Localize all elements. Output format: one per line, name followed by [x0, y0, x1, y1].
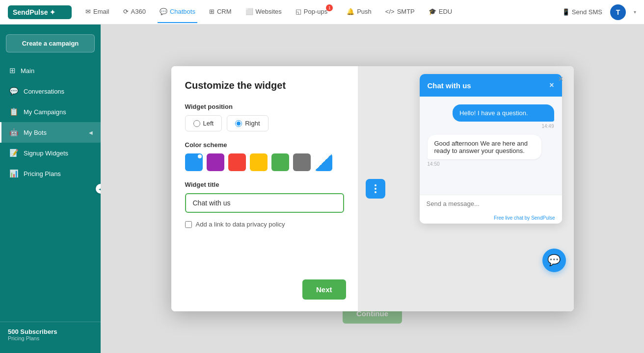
- position-radio-group: Left Right: [185, 115, 344, 131]
- color-swatch-yellow[interactable]: [250, 153, 268, 171]
- floating-menu-icon: [366, 179, 385, 199]
- modal-close-button[interactable]: ×: [554, 72, 568, 86]
- modal-left-panel: Customize the widget Widget position Lef…: [171, 66, 358, 311]
- color-swatch-red[interactable]: [228, 153, 246, 171]
- color-swatch-green[interactable]: [271, 153, 289, 171]
- sidebar-bottom: 500 Subscribers Pricing Plans: [0, 322, 101, 347]
- color-swatch-gray[interactable]: [293, 153, 311, 171]
- popups-badge: 1: [326, 4, 333, 11]
- main-icon: ⊞: [9, 66, 16, 75]
- chat-preview-close-icon[interactable]: ×: [549, 81, 554, 90]
- widget-title-label: Widget title: [185, 181, 344, 188]
- color-swatch-blue[interactable]: [185, 153, 203, 171]
- topnav: SendPulse ✦ ✉ Email ⟳ A360 💬 Chatbots ⊞ …: [0, 0, 644, 25]
- nav-popups[interactable]: ◱ Pop-ups 1: [294, 1, 335, 23]
- user-avatar[interactable]: T: [610, 4, 626, 20]
- sidebar-item-signup-widgets[interactable]: 📝 Signup Widgets: [0, 143, 101, 163]
- sidebar-item-main[interactable]: ⊞ Main: [0, 60, 101, 81]
- color-swatches: [185, 153, 344, 171]
- privacy-checkbox-row: Add a link to data privacy policy: [185, 221, 344, 228]
- my-bots-arrow-icon: ◀: [89, 130, 93, 135]
- sidebar: Create a campaign ⊞ Main 💬 Conversations…: [0, 25, 101, 353]
- a360-icon: ⟳: [123, 8, 129, 15]
- nav-items: ✉ Email ⟳ A360 💬 Chatbots ⊞ CRM ⬜ Websit…: [83, 1, 550, 23]
- nav-crm[interactable]: ⊞ CRM: [207, 1, 234, 23]
- widget-title-input[interactable]: [185, 193, 344, 213]
- push-icon: 🔔: [347, 8, 354, 15]
- nav-email[interactable]: ✉ Email: [83, 1, 111, 23]
- chat-preview-header: Chat with us ×: [420, 74, 562, 97]
- chat-powered-by: Free live chat by SendPulse: [420, 212, 562, 224]
- chat-message-right: Hello! I have a question.: [453, 104, 554, 122]
- chatbots-icon: 💬: [160, 8, 167, 15]
- mobile-icon: 📱: [562, 8, 570, 16]
- my-bots-icon: 🤖: [9, 128, 19, 137]
- customize-widget-modal: × Customize the widget Widget position L…: [171, 66, 574, 311]
- email-icon: ✉: [85, 8, 91, 15]
- nav-a360[interactable]: ⟳ A360: [121, 1, 148, 23]
- privacy-checkbox[interactable]: [185, 221, 192, 228]
- popups-icon: ◱: [295, 8, 301, 15]
- pricing-plans-icon: 📊: [9, 169, 19, 178]
- position-left-radio[interactable]: [193, 120, 200, 127]
- sidebar-item-conversations[interactable]: 💬 Conversations: [0, 81, 101, 101]
- chat-send-input[interactable]: [427, 200, 555, 207]
- chat-preview-body: Hello! I have a question. 14:49 Good aft…: [420, 97, 562, 195]
- chat-preview-window: Chat with us × Hello! I have a question.…: [420, 74, 562, 224]
- chat-time-left: 14:50: [428, 161, 554, 167]
- conversations-icon: 💬: [9, 87, 19, 96]
- topnav-right: 📱 Send SMS T ▾: [562, 4, 636, 20]
- color-swatch-purple[interactable]: [207, 153, 224, 171]
- next-button[interactable]: Next: [302, 279, 346, 300]
- position-right-option[interactable]: Right: [227, 115, 268, 131]
- sidebar-item-my-campaigns[interactable]: 📋 My Campaigns: [0, 101, 101, 122]
- sidebar-item-my-bots[interactable]: 🤖 My Bots ◀: [0, 122, 101, 143]
- floating-chat-button[interactable]: 💬: [542, 249, 566, 272]
- websites-icon: ⬜: [245, 8, 253, 15]
- chat-message-left: Good afternoon We are here and ready to …: [428, 135, 541, 159]
- position-label: Widget position: [185, 103, 344, 110]
- position-left-option[interactable]: Left: [185, 115, 222, 131]
- app-logo: SendPulse ✦: [8, 5, 72, 19]
- nav-chatbots[interactable]: 💬 Chatbots: [158, 1, 197, 23]
- chat-preview-footer: [420, 195, 562, 212]
- nav-smtp[interactable]: </> SMTP: [383, 1, 417, 23]
- edu-icon: 🎓: [429, 8, 436, 15]
- subscribers-count: 500 Subscribers: [8, 328, 93, 335]
- nav-push[interactable]: 🔔 Push: [345, 1, 374, 23]
- position-right-radio[interactable]: [235, 120, 242, 127]
- modal-title: Customize the widget: [185, 80, 344, 91]
- crm-icon: ⊞: [209, 8, 215, 15]
- my-campaigns-icon: 📋: [9, 107, 19, 116]
- color-scheme-label: Color scheme: [185, 141, 344, 149]
- send-sms-button[interactable]: 📱 Send SMS: [562, 8, 602, 16]
- pricing-plans-link[interactable]: Pricing Plans: [8, 335, 93, 341]
- color-swatch-diagonal[interactable]: [315, 153, 332, 171]
- nav-edu[interactable]: 🎓 EDU: [427, 1, 454, 23]
- signup-widgets-icon: 📝: [9, 149, 19, 157]
- layout: Create a campaign ⊞ Main 💬 Conversations…: [0, 25, 644, 353]
- modal-right-preview: 💬 Chat with us × Hello! I have a questio…: [358, 66, 574, 311]
- avatar-chevron-icon[interactable]: ▾: [634, 9, 636, 15]
- smtp-icon: </>: [385, 8, 395, 15]
- chat-preview-title: Chat with us: [428, 81, 471, 90]
- nav-websites[interactable]: ⬜ Websites: [243, 1, 284, 23]
- create-campaign-button[interactable]: Create a campaign: [6, 34, 95, 52]
- sidebar-item-pricing-plans[interactable]: 📊 Pricing Plans: [0, 163, 101, 184]
- main-content: Choose a site Training: UX Design for We…: [101, 25, 644, 353]
- chat-time-right: 14:49: [428, 124, 554, 129]
